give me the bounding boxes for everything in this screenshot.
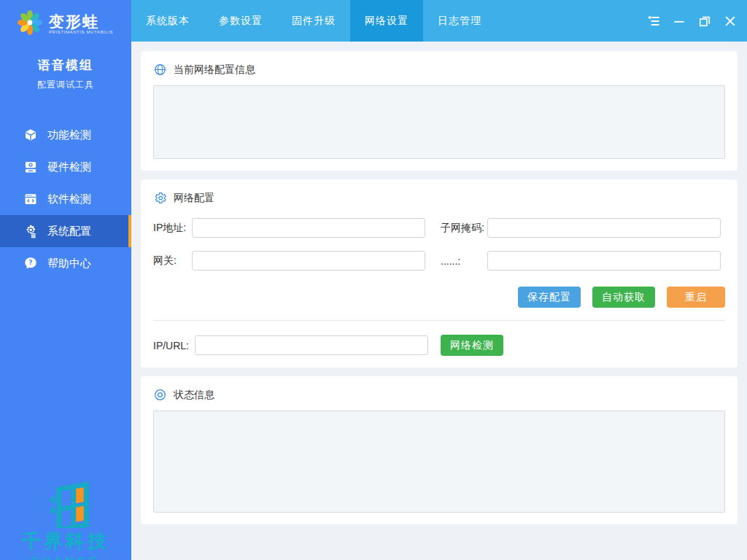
brand-logo: 变形蛙 PRISTIMANTIS MUTABILIS bbox=[0, 0, 131, 39]
dns-input[interactable] bbox=[487, 251, 721, 271]
globe-icon bbox=[153, 63, 167, 77]
tab-network-settings[interactable]: 网络设置 bbox=[350, 0, 423, 42]
subnet-mask-label: 子网掩码: bbox=[441, 222, 487, 235]
sidebar-item-label: 硬件检测 bbox=[47, 160, 91, 174]
hardware-icon bbox=[23, 160, 38, 174]
module-subtitle: 配置调试工具 bbox=[0, 79, 131, 91]
code-window-icon bbox=[23, 192, 38, 206]
vendor-logo-icon bbox=[39, 481, 92, 528]
gear-icon bbox=[153, 191, 167, 205]
sidebar-item-system-config[interactable]: 系统配置 bbox=[0, 215, 131, 247]
dns-placeholder-label: ......: bbox=[441, 255, 487, 267]
vendor-slogan: —CHANGE— bbox=[0, 555, 131, 560]
current-network-info-card: 当前网络配置信息 bbox=[141, 51, 738, 171]
target-icon bbox=[153, 388, 167, 402]
tab-log-management[interactable]: 日志管理 bbox=[423, 0, 496, 42]
divider bbox=[153, 320, 725, 321]
ip-address-label: IP地址: bbox=[153, 222, 192, 235]
sidebar-item-label: 帮助中心 bbox=[47, 257, 91, 271]
section-title: 网络配置 bbox=[174, 192, 214, 205]
help-icon: ? bbox=[23, 256, 38, 271]
ip-url-input[interactable] bbox=[195, 335, 428, 355]
tab-firmware-upgrade[interactable]: 固件升级 bbox=[277, 0, 350, 42]
ip-address-input[interactable] bbox=[192, 218, 425, 238]
gateway-label: 网关: bbox=[153, 254, 192, 268]
status-info-panel bbox=[153, 411, 725, 513]
network-config-card: 网络配置 IP地址: 子网掩码: 网关: ......: 保存配置 自动获取 重… bbox=[141, 179, 738, 368]
flower-logo-icon bbox=[16, 9, 44, 39]
sidebar-item-label: 软件检测 bbox=[47, 192, 91, 206]
ip-url-label: IP/URL: bbox=[153, 340, 195, 351]
sidebar-item-function-test[interactable]: 功能检测 bbox=[0, 119, 131, 151]
tab-system-version[interactable]: 系统版本 bbox=[131, 0, 204, 42]
section-title: 当前网络配置信息 bbox=[174, 63, 255, 77]
brand-subtitle: PRISTIMANTIS MUTABILIS bbox=[49, 30, 113, 34]
close-icon bbox=[723, 14, 738, 28]
gear-icon bbox=[23, 224, 38, 238]
status-info-card: 状态信息 bbox=[141, 376, 738, 524]
sidebar-menu: 功能检测 硬件检测 软件检测 bbox=[0, 119, 131, 279]
maximize-icon bbox=[697, 14, 712, 28]
window-controls bbox=[646, 0, 738, 42]
main-content: 当前网络配置信息 网络配置 IP地址: 子网掩码: 网关: ......: bbox=[131, 42, 747, 560]
subnet-mask-input[interactable] bbox=[487, 218, 721, 238]
cube-icon bbox=[23, 128, 38, 142]
vendor-name: 千界科技 bbox=[0, 532, 131, 551]
module-title: 语音模组 bbox=[0, 57, 131, 74]
tab-parameter-settings[interactable]: 参数设置 bbox=[204, 0, 277, 42]
sidebar-toggle-icon bbox=[646, 14, 661, 28]
sidebar-item-hardware-test[interactable]: 硬件检测 bbox=[0, 151, 131, 183]
minimize-icon bbox=[672, 14, 686, 28]
gateway-input[interactable] bbox=[192, 251, 425, 271]
sidebar-item-label: 系统配置 bbox=[47, 225, 91, 238]
sidebar-item-label: 功能检测 bbox=[47, 128, 91, 142]
network-detect-button[interactable]: 网络检测 bbox=[441, 335, 503, 356]
sidebar: 变形蛙 PRISTIMANTIS MUTABILIS 语音模组 配置调试工具 功… bbox=[0, 0, 131, 560]
current-network-info-panel bbox=[153, 85, 725, 159]
svg-text:?: ? bbox=[29, 259, 33, 266]
maximize-button[interactable] bbox=[697, 13, 713, 29]
brand-name: 变形蛙 bbox=[49, 14, 113, 30]
topbar: 系统版本 参数设置 固件升级 网络设置 日志管理 bbox=[131, 0, 747, 42]
module-title-block: 语音模组 配置调试工具 bbox=[0, 57, 131, 91]
minimize-button[interactable] bbox=[671, 13, 687, 29]
vendor-watermark: 千界科技 —CHANGE— bbox=[0, 481, 131, 560]
restart-button[interactable]: 重启 bbox=[667, 287, 725, 308]
sidebar-item-software-test[interactable]: 软件检测 bbox=[0, 183, 131, 215]
sidebar-toggle-button[interactable] bbox=[646, 13, 662, 29]
auto-obtain-button[interactable]: 自动获取 bbox=[592, 287, 655, 308]
sidebar-item-help-center[interactable]: ? 帮助中心 bbox=[0, 247, 131, 279]
close-button[interactable] bbox=[722, 13, 738, 29]
save-config-button[interactable]: 保存配置 bbox=[518, 287, 581, 308]
section-title: 状态信息 bbox=[174, 389, 214, 402]
